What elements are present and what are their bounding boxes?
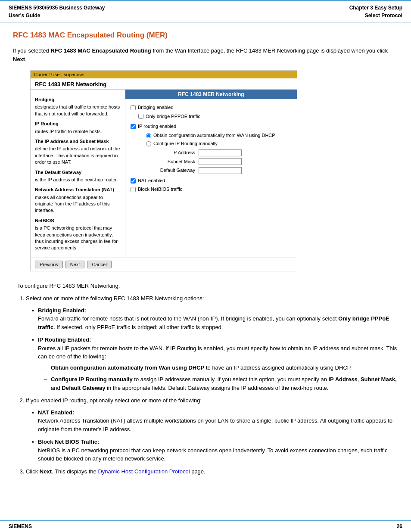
header-chapter: Chapter 3 Easy Setup [349,5,402,11]
nat-item: NAT Enabled: Network Address Translation… [30,408,398,434]
bullet1-text2: . If selected, only PPPoE traffic is bri… [53,324,223,330]
options-list2: NAT Enabled: Network Address Translation… [30,408,398,463]
subnet-mask-input[interactable] [199,158,242,165]
obtain-auto-label: Obtain configuration automatically from … [153,132,275,140]
right-panel-content: Bridging enabled Only bridge PPPOE traff… [125,99,297,198]
configure-manual-label: Configure IP Routing manually [153,140,218,148]
sub1-bold: Obtain configuration automatically from … [51,364,204,371]
sub1-item: Obtain configuration automatically from … [44,364,398,372]
sub2-item: Configure IP Routing manually to assign … [44,375,398,392]
step3-text1: Click [26,468,40,475]
netbios-item: Block Net BIOS Traffic: NetBIOS is a PC … [30,438,398,463]
instructions-intro: To configure RFC 1483 MER Networking: [17,282,398,290]
step3-link[interactable]: Dynamic Host Configuration Protocol [98,468,191,475]
desc1: designates that all traffic to remote ho… [35,104,121,117]
desc5: makes all connections appear to originat… [35,194,121,214]
bullet4-text: NetBIOS is a PC networking protocol that… [38,447,388,462]
next-button[interactable]: Next [65,261,85,268]
step3-bold: Next [40,468,52,475]
bridging-enabled-checkbox[interactable] [131,105,136,110]
only-bridge-checkbox[interactable] [138,114,143,119]
instructions: To configure RFC 1483 MER Networking: Se… [17,282,398,476]
term6: NetBIOS [35,218,121,224]
footer-page-number: 26 [397,523,402,529]
intro-text3: . [25,56,27,62]
block-netbios-checkbox[interactable] [131,187,136,192]
screenshot-left-panel: Bridging designates that all traffic to … [31,90,125,258]
ip-routing-row: IP routing enabled [131,123,292,131]
configure-manual-radio[interactable] [146,141,151,146]
sub2-text3: and [51,385,62,391]
bullet2-title: IP Routing Enabled: [38,336,91,343]
page-title: RFC 1483 MAC Encapsulated Routing (MER) [13,31,398,40]
block-netbios-label: Block NetBIOS traffic [138,186,182,193]
only-bridge-row: Only bridge PPPOE traffic [138,113,292,121]
term5: Network Address Translation (NAT) [35,187,121,193]
cancel-button[interactable]: Cancel [87,261,111,268]
step2: If you enabled IP routing, optionally se… [26,396,398,463]
ip-address-input[interactable] [199,149,242,156]
default-gateway-label: Default Gateway [156,167,195,174]
desc3: define the IP address and network of the… [35,146,121,165]
subnet-mask-row: Subnet Mask [156,158,292,166]
ip-address-label: IP Address [156,149,195,157]
desc2: routes IP traffic to remote hosts. [35,128,121,135]
sub2-text: to assign IP addresses manually. If you … [133,376,329,383]
footer-brand: SIEMENS [9,523,32,529]
bullet4-title: Block Net BIOS Traffic: [38,439,99,445]
options-list: Bridging Enabled: Forward all traffic fo… [30,306,398,392]
right-panel-title: RFC 1483 MER Networking [125,90,297,99]
header-right: Chapter 3 Easy Setup Select Protocol [349,4,402,19]
subnet-mask-label: Subnet Mask [156,158,195,166]
sub-list: Obtain configuration automatically from … [44,364,398,392]
header-guide: User's Guide [9,12,40,19]
bridging-enabled-label: Bridging enabled [138,104,174,112]
default-gateway-row: Default Gateway [156,167,292,174]
intro-bold2: Next [13,56,25,62]
header-product: SIEMENS 5930/5935 Business Gateway [9,5,105,11]
term1: Bridging [35,96,121,103]
screenshot-titlebar: Current User: superuser [31,71,297,78]
intro-text1: If you selected [13,47,50,54]
previous-button[interactable]: Previous [35,261,63,268]
only-bridge-label: Only bridge PPPOE traffic [146,113,200,121]
screenshot-box: Current User: superuser RFC 1483 MER Net… [30,70,297,271]
step3-text2: . This displays the [52,468,98,475]
ip-routing-label: IP routing enabled [138,123,176,131]
step3: Click Next. This displays the Dynamic Ho… [26,467,398,476]
step1-text: Select one or more of the following RFC … [26,295,204,302]
ip-routing-item: IP Routing Enabled: Routes all IP packet… [30,336,398,392]
ip-address-row: IP Address [156,149,292,157]
bullet1-title: Bridging Enabled: [38,307,86,314]
bullet3-title: NAT Enabled: [38,409,74,416]
screenshot-body: Bridging designates that all traffic to … [31,90,297,258]
step2-text: If you enabled IP routing, optionally se… [26,397,202,404]
nat-enabled-label: NAT enabled [138,177,165,185]
obtain-auto-radio[interactable] [146,133,151,138]
obtain-auto-row: Obtain configuration automatically from … [146,132,292,140]
intro-paragraph: If you selected RFC 1483 MAC Encapsulate… [13,47,398,63]
configure-manual-row: Configure IP Routing manually [146,140,292,148]
bullet1-text: Forward all traffic for remote hosts tha… [38,315,338,322]
ip-routing-checkbox[interactable] [131,124,136,129]
default-gateway-input[interactable] [199,167,242,174]
step3-text3: page. [191,468,206,475]
header-section: Select Protocol [365,12,402,19]
page-footer: SIEMENS 26 [0,520,411,532]
term2: IP Routing [35,121,121,127]
screenshot-header: RFC 1483 MER Networking [31,78,297,90]
desc6: is a PC networking protocol that may kee… [35,225,121,252]
block-netbios-row: Block NetBIOS traffic [131,186,292,193]
step1: Select one or more of the following RFC … [26,294,398,392]
main-list: Select one or more of the following RFC … [26,294,398,476]
sub2-bold3: Subnet Mask, [361,376,397,383]
desc4: is the IP address of the next-hop router… [35,177,121,183]
bullet3-text: Network Address Translation (NAT) allows… [38,417,392,432]
nat-enabled-checkbox[interactable] [131,178,136,184]
term3: The IP address and Subnet Mask [35,138,121,145]
page-content: RFC 1483 MAC Encapsulated Routing (MER) … [0,22,411,493]
bridging-enabled-item: Bridging Enabled: Forward all traffic fo… [30,306,398,332]
sub2-bold4: Default Gateway [62,385,105,391]
nat-enabled-row: NAT enabled [131,177,292,185]
bridging-enabled-row: Bridging enabled [131,104,292,112]
